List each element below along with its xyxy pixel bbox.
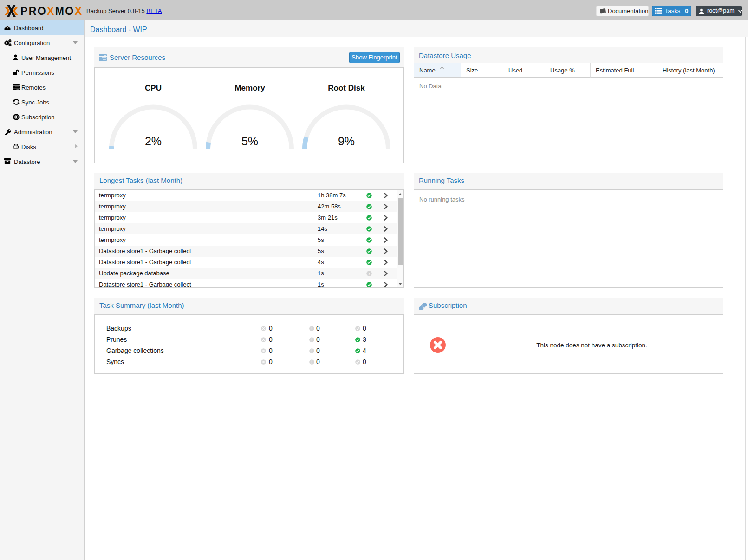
svg-text:?: ?	[368, 272, 371, 276]
